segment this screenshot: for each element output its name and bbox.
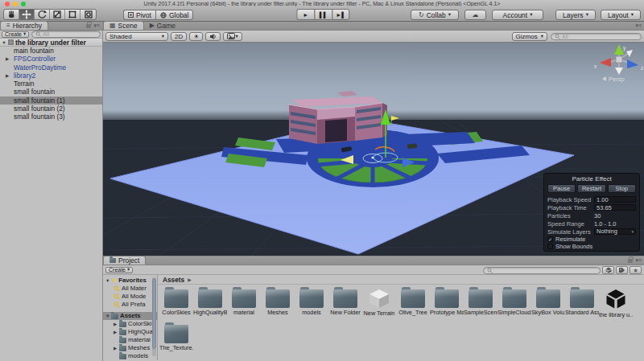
- global-toggle-button[interactable]: Global: [155, 10, 194, 20]
- search-by-label-button[interactable]: [616, 266, 628, 274]
- hierarchy-item[interactable]: ▶FPSController: [0, 55, 102, 63]
- hand-tool-button[interactable]: [4, 10, 19, 19]
- layout-dropdown[interactable]: Layout ▾: [601, 10, 641, 20]
- breadcrumb-assets[interactable]: Assets: [163, 276, 184, 284]
- rect-tool-button[interactable]: [65, 10, 80, 19]
- asset-item[interactable]: SkyBox Volu...: [531, 286, 565, 322]
- scene-viewport[interactable]: y x z Persp Particle Effect Pause Restar…: [103, 43, 644, 256]
- particle-restart-button[interactable]: Restart: [577, 184, 605, 193]
- particle-stop-button[interactable]: Stop: [608, 184, 636, 193]
- asset-item[interactable]: New Terrain: [362, 286, 396, 322]
- particle-pause-button[interactable]: Pause: [547, 184, 576, 193]
- scene-effects-dropdown[interactable]: ▾: [223, 32, 242, 41]
- panel-menu-icon[interactable]: ▾≡: [635, 23, 642, 28]
- playback-time-field[interactable]: 53.65: [594, 204, 636, 211]
- pivot-toggle-button[interactable]: Pivot: [123, 10, 155, 20]
- create-button[interactable]: Create ▾: [2, 31, 29, 38]
- pause-button[interactable]: ▌▌: [314, 9, 332, 20]
- foldout-arrow-icon[interactable]: ▼: [105, 277, 109, 285]
- expand-arrow-icon[interactable]: ▶: [114, 320, 118, 328]
- titlebar[interactable]: Unity 2017.4.1f1 Personal (64bit) - the …: [0, 0, 644, 8]
- rotate-tool-button[interactable]: [35, 10, 50, 19]
- asset-item[interactable]: models: [295, 286, 328, 322]
- lock-icon[interactable]: [628, 259, 633, 263]
- simulate-layers-dropdown[interactable]: Nothing ▾: [594, 228, 636, 235]
- create-button[interactable]: Create ▾: [105, 267, 133, 273]
- tab-project[interactable]: Project: [103, 256, 146, 265]
- asset-item[interactable]: SampleScenes: [464, 286, 497, 322]
- save-search-button[interactable]: ★: [630, 266, 642, 274]
- expand-arrow-icon[interactable]: ▶: [6, 72, 9, 80]
- gizmos-dropdown[interactable]: Gizmos ▾: [512, 32, 547, 41]
- hierarchy-item[interactable]: main fountain: [0, 47, 102, 55]
- asset-item[interactable]: The_Texture...: [159, 322, 193, 357]
- speed-range-row: Speed Range 1.0 - 1.0: [547, 219, 636, 228]
- scene-root-row[interactable]: ▼ the library under filter: [0, 39, 102, 47]
- scale-tool-button[interactable]: [50, 10, 65, 19]
- resimulate-row[interactable]: ✓ Resimulate: [547, 236, 636, 243]
- tree-folder[interactable]: ▶ Meshes: [103, 344, 157, 352]
- favorites-item[interactable]: All Prefa: [103, 301, 157, 309]
- panel-menu-icon[interactable]: ▾≡: [93, 23, 100, 28]
- expand-arrow-icon[interactable]: ▶: [114, 344, 118, 352]
- asset-item[interactable]: HighQualityB...: [193, 286, 227, 322]
- resimulate-checkbox[interactable]: ✓: [547, 236, 553, 242]
- gizmo-center-cube[interactable]: [616, 56, 622, 63]
- panel-menu-icon[interactable]: ▾≡: [635, 257, 642, 263]
- tree-folder[interactable]: models: [103, 352, 157, 360]
- hierarchy-item-selected[interactable]: small fountain (1): [0, 96, 102, 105]
- tab-scene[interactable]: ▦ Scene: [103, 21, 144, 30]
- account-dropdown[interactable]: Account ▾: [492, 10, 543, 20]
- tree-folder[interactable]: ▶ HighQua: [103, 328, 157, 336]
- search-by-type-button[interactable]: [602, 266, 614, 274]
- expand-arrow-icon[interactable]: ▶: [6, 55, 9, 63]
- perspective-label[interactable]: Persp: [609, 76, 625, 83]
- asset-item[interactable]: Olive_Tree: [396, 286, 430, 322]
- scene-audio-button[interactable]: [205, 32, 221, 41]
- foldout-arrow-icon[interactable]: ▼: [2, 40, 6, 45]
- hierarchy-item[interactable]: ▶library2: [0, 72, 102, 80]
- favorites-item[interactable]: All Mater: [103, 285, 157, 293]
- asset-item[interactable]: ColorSkies: [159, 286, 193, 322]
- collab-dropdown[interactable]: ↻ Collab ▾: [411, 10, 459, 20]
- project-search-input[interactable]: [483, 267, 601, 274]
- show-bounds-checkbox[interactable]: [547, 244, 553, 249]
- foldout-arrow-icon[interactable]: ▼: [105, 312, 109, 320]
- tab-hierarchy[interactable]: ≡ Hierarchy: [0, 21, 48, 30]
- tree-folder[interactable]: ▶ ColorSki: [103, 320, 157, 328]
- shading-mode-dropdown[interactable]: Shaded ▾: [105, 32, 168, 41]
- hierarchy-item[interactable]: small fountain (3): [0, 113, 102, 121]
- favorites-root[interactable]: ▼ ★ Favorites: [103, 277, 157, 285]
- hierarchy-item[interactable]: small fountain: [0, 88, 102, 96]
- step-button[interactable]: ►▌: [332, 9, 349, 20]
- playback-speed-field[interactable]: 1.00: [594, 196, 636, 203]
- layers-dropdown[interactable]: Layers ▾: [555, 10, 596, 20]
- asset-item[interactable]: Meshes: [261, 286, 295, 322]
- play-button[interactable]: ►: [296, 9, 314, 20]
- scene-lighting-button[interactable]: ☀: [189, 32, 203, 41]
- asset-item[interactable]: Prototype Ma...: [430, 286, 464, 322]
- asset-item[interactable]: New Folder: [328, 286, 362, 322]
- scene-search-input[interactable]: All: [551, 33, 642, 40]
- scrollbar-thumb[interactable]: [152, 278, 156, 349]
- 2d-toggle-button[interactable]: 2D: [171, 32, 187, 41]
- favorites-item[interactable]: All Mode: [103, 293, 157, 301]
- asset-item[interactable]: material: [227, 286, 261, 322]
- hierarchy-item[interactable]: WaterProDaytime: [0, 64, 102, 72]
- tree-folder[interactable]: material: [103, 336, 157, 344]
- move-tool-button[interactable]: [19, 10, 35, 19]
- transform-tool-button[interactable]: [80, 10, 96, 19]
- cloud-services-button[interactable]: ☁: [464, 10, 486, 20]
- expand-arrow-icon[interactable]: ▶: [114, 328, 118, 336]
- asset-item[interactable]: Standard Ass...: [565, 286, 599, 322]
- hierarchy-item[interactable]: Terrain: [0, 80, 102, 88]
- show-bounds-row[interactable]: Show Bounds: [547, 243, 636, 250]
- hierarchy-search-input[interactable]: All: [31, 31, 101, 38]
- asset-item[interactable]: SimpleCloud...: [497, 286, 531, 322]
- assets-root-selected[interactable]: ▼ Assets: [103, 312, 157, 320]
- tab-game[interactable]: ▶ Game: [144, 21, 181, 30]
- lock-icon[interactable]: [86, 24, 91, 28]
- asset-item[interactable]: the library u...: [599, 286, 633, 322]
- hierarchy-item[interactable]: small fountain (2): [0, 105, 102, 113]
- tree-scrollbar[interactable]: [152, 277, 156, 356]
